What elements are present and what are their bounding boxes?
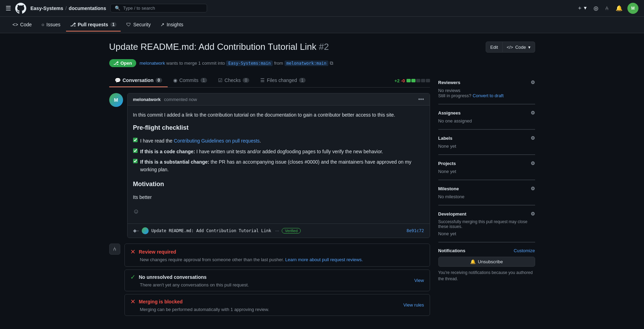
sidebar-development: Development ⚙ Successfully merging this … xyxy=(438,205,535,242)
pr-title: Update README.md: Add Contribution Tutor… xyxy=(109,42,329,52)
nav-insights-label: Insights xyxy=(167,22,183,27)
milestone-value: No milestone xyxy=(438,194,535,199)
issues-icon-btn[interactable]: ◎ xyxy=(591,3,600,13)
reviewers-gear-icon[interactable]: ⚙ xyxy=(531,80,535,85)
main-content: Update README.md: Add Contribution Tutor… xyxy=(101,33,543,328)
source-branch-link[interactable]: melonatwork:main xyxy=(284,61,329,66)
pr-status-text: Open xyxy=(121,61,132,66)
avatar[interactable]: M xyxy=(627,3,638,14)
convert-draft-link[interactable]: Convert to draft xyxy=(473,93,504,98)
breadcrumb-separator: / xyxy=(65,6,67,11)
status-conv-header: ✓ No unresolved conversations xyxy=(130,273,414,281)
tab-checks[interactable]: ☑ Checks 0 xyxy=(213,74,255,87)
code-icon-btn: </> xyxy=(507,45,513,50)
new-button[interactable]: ＋ ▾ xyxy=(575,2,589,14)
milestone-gear-icon[interactable]: ⚙ xyxy=(531,186,535,191)
nav-pull-requests[interactable]: ⎇ Pull requests 1 xyxy=(66,18,121,31)
status-merging-blocked: ✕ Merging is blocked Merging can be perf… xyxy=(124,294,430,316)
sidebar-notifications: Notifications Customize 🔔 Unsubscribe Yo… xyxy=(438,243,535,287)
view-conversations-link[interactable]: View xyxy=(414,278,424,283)
conversation-count: 0 xyxy=(156,78,162,83)
checklist-title: Pre-flight checklist xyxy=(133,123,424,133)
edit-button[interactable]: Edit xyxy=(486,42,502,53)
labels-gear-icon[interactable]: ⚙ xyxy=(531,135,535,141)
code-icon: <> xyxy=(12,22,18,27)
status-conv-title: No unresolved conversations xyxy=(139,274,207,280)
motivation-title: Motivation xyxy=(133,179,424,189)
sidebar-milestone: Milestone ⚙ No milestone xyxy=(438,180,535,205)
tab-conversation[interactable]: 💬 Conversation 0 xyxy=(109,74,168,87)
development-label[interactable]: Development ⚙ xyxy=(438,211,535,217)
sidebar-projects: Projects ⚙ None yet xyxy=(438,155,535,180)
target-branch-link[interactable]: Easy-Systems:main xyxy=(226,61,273,66)
comment-more-menu[interactable]: ••• xyxy=(418,96,424,102)
diff-add: +2 xyxy=(394,78,400,83)
search-bar[interactable]: 🔍 Type / to search xyxy=(110,4,207,12)
projects-value: None yet xyxy=(438,169,535,174)
comment-box: melonatwork commented now ••• In this co… xyxy=(127,93,430,238)
status-review-desc: New changes require approval from someon… xyxy=(130,257,424,262)
pr-number: #2 xyxy=(319,42,329,52)
reviewers-value: No reviews xyxy=(438,88,535,93)
learn-more-link[interactable]: Learn more about pull request reviews. xyxy=(285,257,363,262)
development-gear-icon[interactable]: ⚙ xyxy=(531,211,535,217)
checklist: I have read the Contributing Guidelines … xyxy=(133,137,424,174)
reviewers-progress: Still in progress? Convert to draft xyxy=(438,93,535,98)
customize-link[interactable]: Customize xyxy=(514,248,535,253)
assignees-gear-icon[interactable]: ⚙ xyxy=(531,110,535,116)
labels-label[interactable]: Labels ⚙ xyxy=(438,135,535,141)
nav-code[interactable]: <> Code xyxy=(8,18,36,31)
projects-label[interactable]: Projects ⚙ xyxy=(438,161,535,166)
tab-files-label: Files changed xyxy=(267,77,297,83)
nav-issues[interactable]: ○ Issues xyxy=(37,18,65,31)
checklist-checkbox-3[interactable] xyxy=(133,159,138,163)
checklist-item-1: I have read the Contributing Guidelines … xyxy=(133,137,424,145)
development-value: None yet xyxy=(438,231,535,236)
commit-row: ◆– Update README.md: Add Contribution Tu… xyxy=(128,223,430,238)
comment-wrapper: M melonatwork commented now ••• In this … xyxy=(109,93,430,238)
comment-time: commented now xyxy=(164,97,197,102)
notifications-row: Notifications Customize xyxy=(438,248,535,253)
assignees-label[interactable]: Assignees ⚙ xyxy=(438,110,535,116)
top-navigation: ☰ Easy-Systems / documentations 🔍 Type /… xyxy=(0,0,644,17)
tab-commits[interactable]: ◉ Commits 1 xyxy=(168,74,213,87)
pr-status-row: ⎇ Open melonatwork wants to merge 1 comm… xyxy=(109,59,535,67)
contributing-link[interactable]: Contributing Guidelines on pull requests xyxy=(174,138,260,144)
commits-count: 1 xyxy=(200,78,207,83)
hamburger-menu[interactable]: ☰ xyxy=(6,4,11,12)
status-review-header: ✕ Review required xyxy=(130,248,424,256)
milestone-label[interactable]: Milestone ⚙ xyxy=(438,186,535,191)
notifications-label: Notifications xyxy=(438,248,466,253)
pr-icon: ⎇ xyxy=(70,22,76,27)
checklist-checkbox-1[interactable] xyxy=(133,138,138,142)
org-link[interactable]: Easy-Systems xyxy=(30,6,63,11)
commit-dots: ··· xyxy=(276,228,279,233)
notifications-icon-btn[interactable]: 🔔 xyxy=(614,3,625,13)
code-dropdown-button[interactable]: </> Code ▾ xyxy=(503,42,535,53)
emoji-picker[interactable]: ☺ xyxy=(133,205,424,218)
copy-branch-icon[interactable]: ⧉ xyxy=(330,60,333,66)
view-rules-link[interactable]: View rules xyxy=(403,302,424,308)
reviewers-label[interactable]: Reviewers ⚙ xyxy=(438,80,535,85)
pr-status-icon: ⎇ xyxy=(113,61,119,66)
github-logo xyxy=(15,3,26,14)
diff-bar-seg-3 xyxy=(416,79,420,82)
pr-action-buttons: Edit </> Code ▾ xyxy=(486,42,535,53)
pull-requests-icon-btn[interactable]: ⑃ xyxy=(603,3,611,13)
labels-value: None yet xyxy=(438,144,535,149)
notifications-desc: You're receiving notifications because y… xyxy=(438,269,535,282)
nav-insights[interactable]: ↗ Insights xyxy=(156,18,187,31)
status-merge-header: ✕ Merging is blocked xyxy=(130,298,403,305)
chevron-down-icon: ▾ xyxy=(528,45,531,50)
tab-files-changed[interactable]: ☰ Files changed 1 xyxy=(255,74,311,87)
unsubscribe-button[interactable]: 🔔 Unsubscribe xyxy=(438,257,535,267)
repo-link[interactable]: documentations xyxy=(69,6,106,11)
nav-security[interactable]: 🛡 Security xyxy=(122,18,155,31)
pr-author-link[interactable]: melonatwork xyxy=(140,61,165,66)
checklist-checkbox-2[interactable] xyxy=(133,148,138,153)
security-icon: 🛡 xyxy=(126,22,131,27)
files-icon: ☰ xyxy=(260,77,265,83)
projects-gear-icon[interactable]: ⚙ xyxy=(531,161,535,166)
commits-icon: ◉ xyxy=(173,77,177,83)
search-placeholder: Type / to search xyxy=(123,6,155,11)
